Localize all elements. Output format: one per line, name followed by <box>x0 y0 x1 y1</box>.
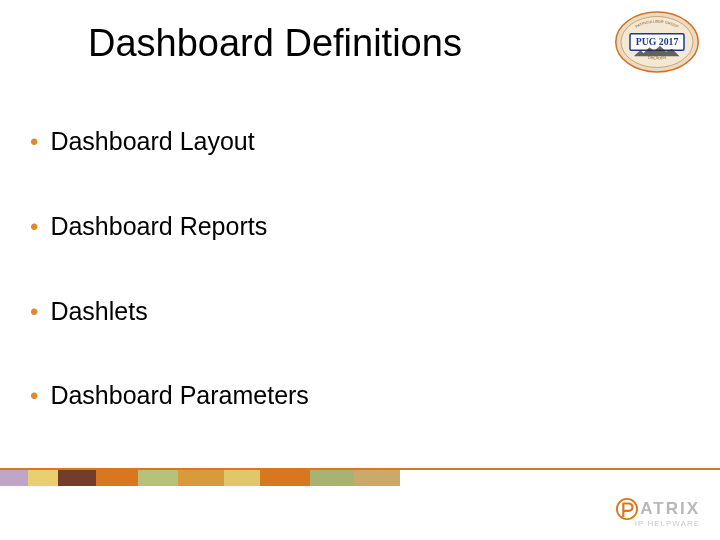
footer-segment <box>138 470 178 486</box>
badge-label-text: PUG 2017 <box>636 36 679 47</box>
bullet-text: Dashboard Parameters <box>50 380 308 410</box>
footer-color-bar <box>0 470 400 486</box>
list-item: • Dashboard Reports <box>30 211 680 242</box>
badge-icon: PUG 2017 PATRICIA USER GROUP DRESDEN <box>612 8 702 76</box>
footer-segment <box>310 470 354 486</box>
slide-title: Dashboard Definitions <box>88 22 462 65</box>
logo-p-icon <box>616 498 638 520</box>
svg-point-5 <box>617 499 637 519</box>
bullet-text: Dashboard Reports <box>50 211 267 241</box>
bullet-list: • Dashboard Layout • Dashboard Reports •… <box>30 126 680 465</box>
footer-segment <box>178 470 224 486</box>
footer-segment <box>28 470 58 486</box>
bullet-icon: • <box>30 213 38 242</box>
list-item: • Dashboard Layout <box>30 126 680 157</box>
footer-segment <box>96 470 138 486</box>
footer-segment <box>260 470 310 486</box>
footer-segment <box>0 470 28 486</box>
list-item: • Dashlets <box>30 296 680 327</box>
bullet-text: Dashboard Layout <box>50 126 254 156</box>
logo-subtitle: IP HELPWARE <box>635 519 700 528</box>
company-logo: ATRIX IP HELPWARE <box>616 498 700 528</box>
logo-main: ATRIX <box>616 498 700 520</box>
logo-text: ATRIX <box>640 499 700 519</box>
footer-segment <box>354 470 400 486</box>
bullet-text: Dashlets <box>50 296 147 326</box>
bullet-icon: • <box>30 128 38 157</box>
event-badge: PUG 2017 PATRICIA USER GROUP DRESDEN <box>612 8 702 76</box>
footer-segment <box>224 470 260 486</box>
bullet-icon: • <box>30 298 38 327</box>
footer-segment <box>58 470 96 486</box>
svg-text:DRESDEN: DRESDEN <box>648 56 667 61</box>
list-item: • Dashboard Parameters <box>30 380 680 411</box>
bullet-icon: • <box>30 382 38 411</box>
